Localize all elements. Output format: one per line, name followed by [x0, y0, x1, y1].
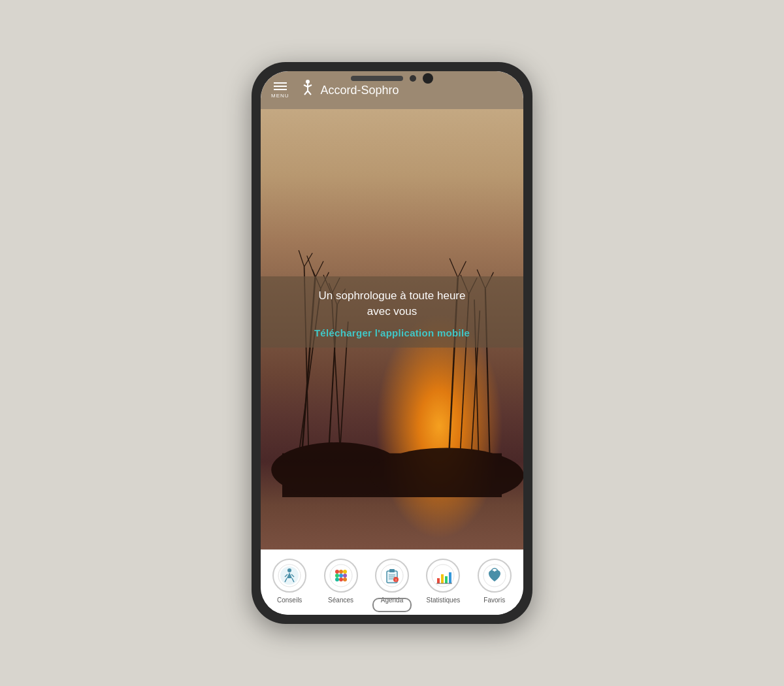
svg-point-40 — [335, 570, 339, 574]
svg-line-11 — [299, 250, 304, 267]
nav-item-favoris[interactable]: Favoris — [475, 559, 514, 604]
nav-icon-conseils — [272, 559, 306, 593]
svg-rect-59 — [441, 574, 444, 583]
svg-point-42 — [343, 570, 347, 574]
svg-line-5 — [308, 91, 311, 95]
nav-item-statistiques[interactable]: Statistiques — [423, 559, 463, 604]
hero-tagline: Un sophrologue à toute heure avec vous — [274, 288, 510, 319]
nav-icon-agenda: ! — [375, 559, 409, 593]
brand-icon — [300, 79, 316, 101]
svg-point-38 — [287, 568, 291, 572]
svg-rect-58 — [437, 578, 440, 583]
nav-item-seances[interactable]: Séances — [321, 559, 361, 604]
hero-text-overlay: Un sophrologue à toute heure avec vous T… — [261, 276, 523, 348]
tagline-line2: avec vous — [367, 305, 417, 318]
home-button[interactable] — [372, 598, 412, 612]
phone-device: MENU Accord-Sophro — [252, 62, 532, 624]
nav-item-agenda[interactable]: ! Agenda — [372, 559, 412, 604]
svg-point-43 — [335, 574, 339, 578]
svg-line-12 — [304, 253, 313, 267]
svg-rect-60 — [445, 576, 448, 583]
svg-point-0 — [306, 80, 310, 84]
tagline-line1: Un sophrologue à toute heure — [319, 289, 466, 302]
svg-rect-61 — [449, 572, 451, 583]
cta-link[interactable]: Télécharger l'application mobile — [274, 327, 510, 338]
nav-label-statistiques: Statistiques — [427, 596, 461, 604]
svg-point-47 — [339, 578, 343, 581]
nav-label-conseils: Conseils — [277, 596, 302, 604]
speaker-grille — [351, 76, 403, 81]
phone-screen: MENU Accord-Sophro — [261, 71, 523, 615]
hamburger-icon — [274, 82, 287, 90]
svg-line-27 — [449, 259, 458, 278]
svg-line-9 — [307, 255, 316, 278]
front-camera — [423, 73, 433, 84]
app-screen: MENU Accord-Sophro — [261, 71, 523, 615]
svg-line-4 — [304, 91, 308, 95]
phone-top-bar — [327, 73, 457, 84]
svg-point-45 — [343, 574, 347, 578]
menu-button[interactable]: MENU — [271, 82, 289, 99]
menu-label: MENU — [271, 93, 289, 99]
camera-dot — [410, 75, 416, 82]
svg-point-44 — [339, 574, 343, 578]
nav-label-favoris: Favoris — [483, 596, 505, 604]
brand-title: Accord-Sophro — [321, 84, 399, 97]
hero-section: Un sophrologue à toute heure avec vous T… — [261, 109, 523, 549]
silhouette-svg — [261, 223, 523, 497]
svg-point-46 — [335, 578, 339, 581]
svg-point-41 — [339, 570, 343, 574]
nav-icon-favoris — [478, 559, 512, 593]
nav-item-conseils[interactable]: Conseils — [270, 559, 309, 604]
svg-line-10 — [315, 261, 323, 278]
svg-point-48 — [343, 578, 347, 581]
svg-rect-51 — [389, 569, 395, 572]
nav-label-seances: Séances — [328, 596, 353, 604]
nav-icon-seances — [324, 559, 358, 593]
nav-icon-statistiques — [426, 559, 460, 593]
svg-line-28 — [458, 261, 466, 278]
